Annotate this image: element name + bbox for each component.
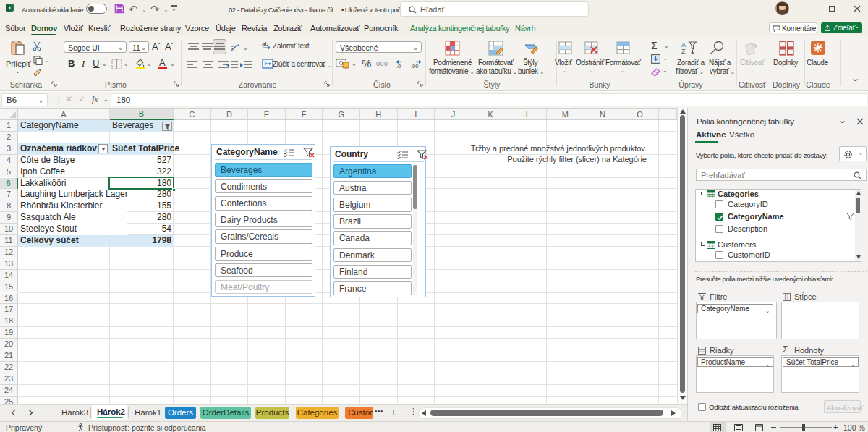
svg-text:A: A (681, 41, 686, 48)
svg-text:.0: .0 (396, 63, 401, 69)
svg-text:Z: Z (681, 48, 686, 55)
svg-text:.00: .00 (411, 63, 418, 69)
svg-text:ab: ab (262, 41, 268, 47)
